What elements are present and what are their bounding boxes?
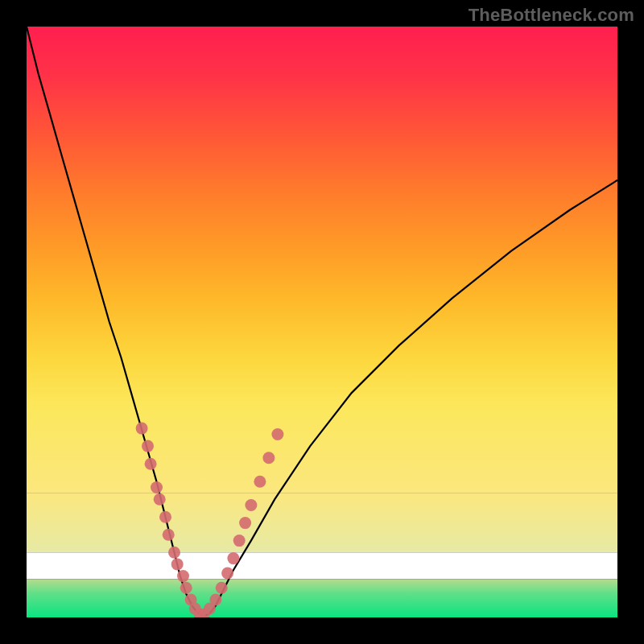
data-marker bbox=[151, 481, 163, 493]
data-marker bbox=[171, 558, 184, 570]
data-marker bbox=[177, 570, 189, 582]
data-marker bbox=[209, 594, 221, 606]
data-marker bbox=[142, 440, 154, 452]
data-marker bbox=[180, 582, 192, 594]
data-marker bbox=[136, 423, 148, 435]
data-marker bbox=[271, 428, 283, 440]
plot-area bbox=[27, 27, 617, 617]
data-marker bbox=[168, 547, 180, 559]
chart-frame: TheBottleneck.com bbox=[0, 0, 644, 644]
watermark-text: TheBottleneck.com bbox=[469, 5, 634, 26]
data-marker bbox=[159, 511, 171, 523]
gradient-background bbox=[27, 27, 617, 493]
plot-svg bbox=[27, 27, 617, 617]
data-marker bbox=[221, 568, 233, 580]
data-marker bbox=[227, 552, 239, 564]
data-marker bbox=[262, 452, 275, 464]
green-band bbox=[27, 579, 617, 617]
white-gap bbox=[27, 552, 617, 579]
data-marker bbox=[163, 529, 175, 541]
yellow-band bbox=[27, 493, 617, 552]
data-marker bbox=[154, 493, 166, 506]
data-marker bbox=[216, 582, 228, 594]
data-marker bbox=[239, 517, 251, 529]
data-marker bbox=[245, 499, 257, 511]
data-marker bbox=[145, 458, 157, 470]
data-marker bbox=[233, 535, 246, 547]
data-marker bbox=[254, 476, 266, 488]
